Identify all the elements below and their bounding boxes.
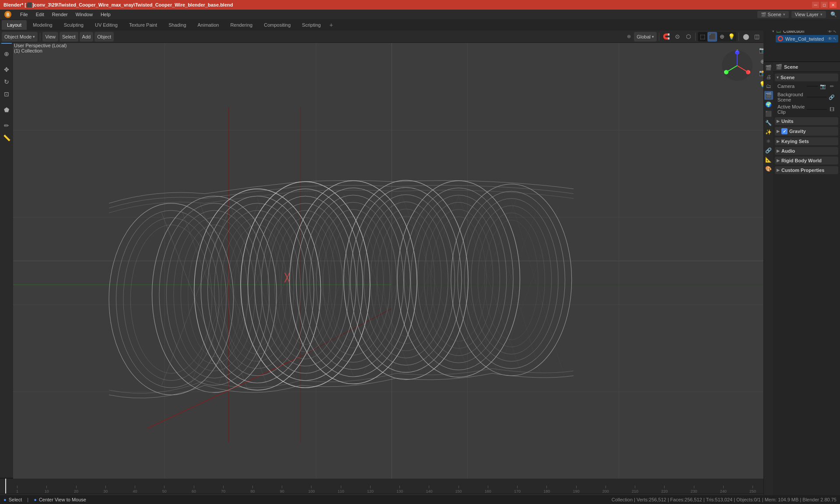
minimize-button[interactable]: ─ <box>812 2 819 8</box>
tab-animation[interactable]: Animation <box>192 20 224 30</box>
window-title: Blender* [⬛]conv_3\29\Twisted_Cooper_Wir… <box>4 2 233 8</box>
xray-toggle[interactable]: ◫ <box>752 32 762 42</box>
rigid-body-world-header[interactable]: ▶ Rigid Body World <box>775 157 838 164</box>
select-menu[interactable]: Select <box>60 32 78 42</box>
custom-props-header[interactable]: ▶ Custom Properties <box>775 166 838 174</box>
keying-sets-arrow-icon: ▶ <box>777 139 780 144</box>
prop-tab-physics[interactable]: ⚛ <box>764 137 773 146</box>
object-mode-dropdown[interactable]: Object Mode ▾ <box>2 32 38 42</box>
tab-layout[interactable]: Layout <box>2 20 27 30</box>
overlay-toggle[interactable]: ⬤ <box>741 32 751 42</box>
view-layer-selector[interactable]: View Layer ▾ <box>791 11 826 18</box>
tab-compositing[interactable]: Compositing <box>259 20 296 30</box>
frame-ruler[interactable]: 1 10 20 30 40 50 <box>0 479 770 494</box>
prop-tab-material[interactable]: 🎨 <box>764 164 773 173</box>
measure-tool[interactable]: 📏 <box>1 132 12 144</box>
rotate-tool[interactable]: ↻ <box>1 76 12 88</box>
tab-scripting[interactable]: Scripting <box>297 20 326 30</box>
prop-tab-object-data[interactable]: 📐 <box>764 155 773 164</box>
svg-line-2 <box>147 357 301 428</box>
tab-sculpting[interactable]: Sculpting <box>59 20 89 30</box>
units-header[interactable]: ▶ Units <box>775 117 838 125</box>
mirror-icon[interactable]: ⬡ <box>683 32 693 42</box>
header-separator-4 <box>738 33 739 41</box>
props-title: Scene <box>784 64 798 70</box>
transform-tool[interactable]: ⬟ <box>1 104 12 116</box>
tab-rendering[interactable]: Rendering <box>225 20 258 30</box>
scale-tool[interactable]: ⊡ <box>1 88 12 100</box>
audio-header[interactable]: ▶ Audio <box>775 147 838 155</box>
menu-render[interactable]: Render <box>49 11 71 18</box>
svg-point-45 <box>377 216 434 343</box>
frame-mark-90: 90 <box>267 486 297 494</box>
movie-clip-value[interactable] <box>807 109 827 110</box>
camera-edit-btn[interactable]: ✏ <box>828 82 836 90</box>
prop-tab-world[interactable]: 🌍 <box>764 100 773 109</box>
move-tool[interactable]: ✥ <box>1 64 12 75</box>
tab-modeling[interactable]: Modeling <box>28 20 58 30</box>
prop-tab-object[interactable]: ⬛ <box>764 109 773 118</box>
menu-edit[interactable]: Edit <box>32 11 48 18</box>
prop-tab-output[interactable]: 🖨 <box>764 73 773 81</box>
svg-line-62 <box>229 201 296 381</box>
outliner-wire-coil[interactable]: ⭕ Wire_Coil_twisted 👁 ↖ <box>776 35 838 42</box>
frame-mark-40: 40 <box>120 486 150 494</box>
material-shading[interactable]: ⊕ <box>717 32 727 42</box>
lmb-icon: ● <box>4 497 7 502</box>
obj-viewport-icon[interactable]: 👁 <box>828 36 832 41</box>
viewport[interactable] <box>13 43 770 479</box>
prop-tab-modifiers[interactable]: 🔧 <box>764 119 773 127</box>
menu-file[interactable]: File <box>17 11 32 18</box>
obj-select-icon[interactable]: ↖ <box>833 36 836 41</box>
snap-toggle[interactable]: 🧲 <box>662 32 671 42</box>
view-menu[interactable]: View <box>42 32 58 42</box>
gravity-arrow-icon: ▶ <box>777 129 780 133</box>
prop-tab-scene[interactable]: 🎬 <box>764 91 773 100</box>
proportional-editing[interactable]: ⊙ <box>672 32 682 42</box>
global-local-toggle[interactable]: Global ▾ <box>634 32 657 42</box>
scene-header[interactable]: ▾ Scene <box>775 74 838 81</box>
prop-tab-render[interactable]: 🎬 <box>764 63 773 72</box>
rigid-body-world-header-label: Rigid Body World <box>781 158 822 163</box>
wireframe-shading[interactable]: ⬚ <box>698 32 707 42</box>
prop-tab-particles[interactable]: ✨ <box>764 128 773 136</box>
camera-link-btn[interactable]: 📷 <box>819 82 827 90</box>
add-menu[interactable]: Add <box>80 32 94 42</box>
tab-texture-paint[interactable]: Texture Paint <box>124 20 162 30</box>
rendered-shading[interactable]: 💡 <box>727 32 736 42</box>
svg-point-57 <box>478 213 545 347</box>
audio-arrow-icon: ▶ <box>777 149 780 153</box>
svg-line-71 <box>487 199 540 374</box>
movie-clip-link-btn[interactable]: 🎞 <box>828 105 836 113</box>
frame-mark-80: 80 <box>238 486 267 494</box>
add-workspace-button[interactable]: + <box>327 21 336 29</box>
menu-help[interactable]: Help <box>97 11 114 18</box>
scene-selector[interactable]: 🎬 Scene ▾ <box>757 11 789 18</box>
svg-point-21 <box>214 210 301 368</box>
tab-uv-editing[interactable]: UV Editing <box>90 20 123 30</box>
frame-mark-190: 190 <box>561 486 591 494</box>
close-button[interactable]: ✕ <box>830 2 836 8</box>
object-menu[interactable]: Object <box>94 32 114 42</box>
annotate-tool[interactable]: ✏ <box>1 120 12 131</box>
gravity-header[interactable]: ▶ ✓ Gravity <box>775 127 838 136</box>
frame-mark-140: 140 <box>414 486 444 494</box>
cursor-tool[interactable]: ⊕ <box>1 48 12 60</box>
svg-point-47 <box>397 181 520 377</box>
prop-tab-view-layer[interactable]: 🗂 <box>764 82 773 91</box>
prop-tab-object-constraints[interactable]: 🔗 <box>764 146 773 155</box>
solid-shading[interactable]: ⬛ <box>707 32 717 42</box>
keying-sets-header[interactable]: ▶ Keying Sets <box>775 137 838 145</box>
properties-section: 🎬 🖨 🗂 🎬 🌍 ⬛ 🔧 ✨ ⚛ 🔗 📐 🎨 🎬 Scene ▾ Scene <box>763 62 840 495</box>
maximize-button[interactable]: □ <box>821 2 828 8</box>
tab-shading[interactable]: Shading <box>163 20 191 30</box>
search-button[interactable]: 🔍 <box>829 10 838 19</box>
frame-mark-200: 200 <box>591 486 620 494</box>
frame-mark-210: 210 <box>620 486 650 494</box>
menu-window[interactable]: Window <box>72 11 96 18</box>
gravity-checkbox[interactable]: ✓ <box>781 128 788 134</box>
bg-scene-link-btn[interactable]: 🔗 <box>828 93 836 101</box>
bg-scene-value[interactable] <box>807 97 827 98</box>
camera-value[interactable] <box>807 86 819 87</box>
frame-mark-50: 50 <box>150 486 179 494</box>
